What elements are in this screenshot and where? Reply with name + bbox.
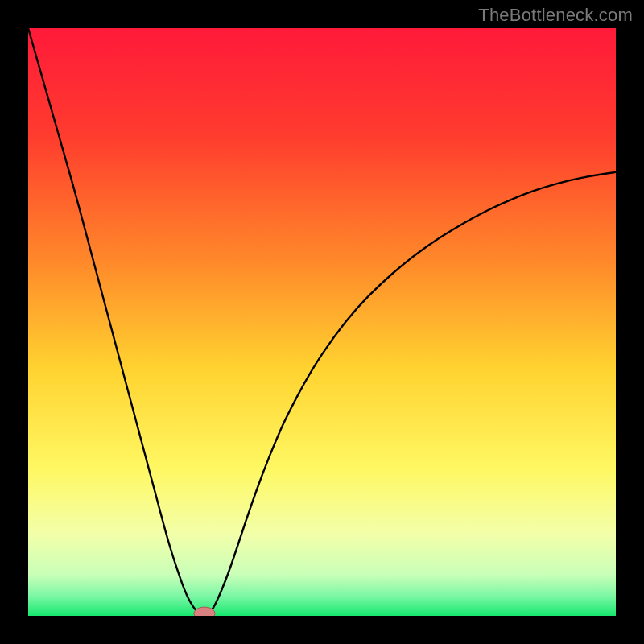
watermark-text: TheBottleneck.com xyxy=(478,5,633,26)
plot-area xyxy=(28,28,616,616)
chart-svg xyxy=(28,28,616,616)
gradient-rect xyxy=(28,28,616,616)
chart-frame: TheBottleneck.com xyxy=(0,0,644,644)
